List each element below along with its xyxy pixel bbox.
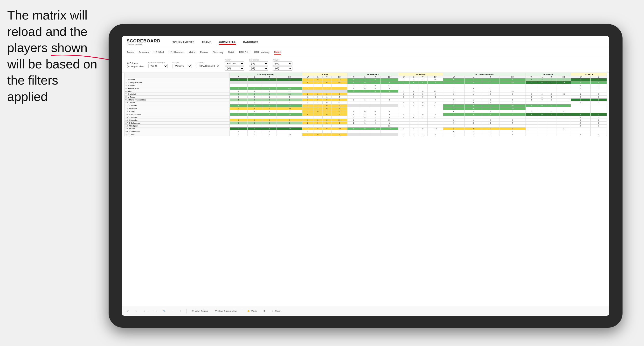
col-sub-d2: Dif	[332, 76, 348, 78]
back-button[interactable]: ⟵	[142, 309, 148, 313]
col-header-empty	[124, 73, 230, 78]
search-button[interactable]: 🔍	[162, 309, 167, 313]
col-sub-d6: Dif	[556, 76, 571, 78]
table-row: 21. O Stoll 41019 10114 2211 1109 03	[124, 133, 607, 136]
col-sub-l3: L	[360, 76, 370, 78]
col-sub-l1: L	[248, 76, 262, 78]
conference-select[interactable]: (All)	[249, 61, 268, 66]
row-label: 6. A Dy	[124, 90, 230, 93]
subnav-detail[interactable]: Detail	[228, 50, 234, 55]
division-select[interactable]: NCAA Division II	[197, 64, 220, 68]
col-sub-d4: Dif	[427, 76, 443, 78]
row-label: 19. J Karrh	[124, 128, 230, 130]
conference-filter: Conference (All) (All)	[249, 59, 268, 71]
table-row: 20. E Andersson 410 2 0108	[124, 130, 607, 133]
col-sub-t5: T	[482, 76, 499, 78]
conference-label: Conference	[249, 59, 268, 61]
compact-view-option[interactable]: Compact View	[127, 65, 144, 68]
redo-button[interactable]: ↪	[134, 309, 139, 313]
full-view-option[interactable]: Full View	[127, 62, 144, 64]
col-header-player6: 38. A Webb	[526, 73, 571, 76]
nav-tournaments[interactable]: TOURNAMENTS	[172, 40, 194, 45]
col-header-player5: 23. L Marie Schumac.	[443, 73, 526, 76]
table-row: 10. L Perini 3100 14011 0201 1010 11	[124, 101, 607, 104]
region-sub-select[interactable]: (All)	[225, 66, 244, 71]
view-original-button[interactable]: 👁 View: Original	[190, 309, 210, 313]
table-row: 2. M Kelly Mulcahy 07040 1010 1040 14035…	[124, 81, 607, 84]
zoom-out-button[interactable]: −	[171, 309, 175, 313]
col-sub-t4: T	[418, 76, 427, 78]
row-label: 1. J Garcia	[124, 78, 230, 81]
watch-button[interactable]: 🔔 Watch	[246, 309, 258, 313]
undo-icon: ↩	[127, 310, 129, 312]
table-row: 17. D Ballesteros 3105 2010 1101 0207 01	[124, 122, 607, 125]
col-sub-w5: W	[443, 76, 464, 78]
full-view-radio[interactable]	[127, 62, 128, 64]
subnav-teams[interactable]: Teams	[127, 50, 134, 55]
share-button[interactable]: ↗ Share	[270, 309, 282, 313]
nav-committee[interactable]: COMMITTEE	[219, 39, 236, 45]
forward-button[interactable]: ⟶	[152, 309, 158, 313]
table-row: 12. A Bianchi 200-58 1104 20025	[124, 107, 607, 110]
col-sub-t6: T	[547, 76, 556, 78]
full-view-label: Full View	[130, 62, 138, 64]
table-row: 1. J Garcia 31027 30-11 410 11110 0106 1…	[124, 78, 607, 81]
table-row: 7. O Mitchell 30018 2202 120-4 0104 0402…	[124, 93, 607, 96]
table-row: 11. G Woods 10014 11014 14017 20020 400	[124, 104, 607, 107]
gender-filter: Gender Women's	[172, 61, 192, 68]
max-players-select[interactable]: Top 25	[148, 64, 168, 68]
gender-label: Gender	[172, 61, 192, 63]
col-sub-t2: T	[322, 76, 331, 78]
save-custom-label: Save Custom View	[218, 310, 237, 312]
row-label: 20. E Andersson	[124, 130, 230, 133]
subnav-h2h-heatmap2[interactable]: H2H Heatmap	[254, 50, 269, 55]
subnav-h2h-grid2[interactable]: H2H Grid	[239, 50, 249, 55]
toolbar-separator2	[242, 309, 242, 314]
search-icon: 🔍	[163, 310, 166, 312]
subnav-summary[interactable]: Summary	[138, 50, 149, 55]
col-sub-t1: T	[262, 76, 277, 78]
col-sub-w1: W	[230, 76, 247, 78]
logo-area: SCOREBOARD Powered by clippd	[127, 39, 160, 45]
nav-rankings[interactable]: RANKINGS	[243, 40, 258, 45]
share-icon: ↗	[272, 310, 274, 312]
settings-button[interactable]: ⚙	[262, 309, 266, 313]
subnav-players[interactable]: Players	[200, 50, 208, 55]
col-sub-l7: L	[591, 76, 607, 78]
subnav-matrix[interactable]: Matrix	[189, 50, 195, 55]
row-label: 11. G Woods	[124, 104, 230, 107]
bottom-toolbar: ↩ ↪ ⟵ ⟶ 🔍 − + 👁 View: Origina	[122, 306, 609, 316]
view-original-label: View: Original	[195, 310, 208, 312]
filter-bar: Full View Compact View Max players in vi…	[122, 57, 609, 73]
undo-button[interactable]: ↩	[126, 309, 130, 313]
players-sub-select[interactable]: (All)	[273, 66, 292, 71]
col-header-player4: 21. O Stoll	[398, 73, 443, 76]
row-label: 7. O Mitchell	[124, 93, 230, 96]
gender-select[interactable]: Women's	[172, 64, 192, 68]
row-label: 15. H Stranda	[124, 116, 230, 119]
sub-nav: Teams Summary H2H Grid H2H Heatmap Matri…	[122, 48, 609, 57]
matrix-table: 2. M Kelly Mulcahy 6. A Dy 11. G Woods 2…	[124, 73, 607, 136]
max-players-filter: Max players in view Top 25	[148, 61, 168, 68]
subnav-h2h-heatmap[interactable]: H2H Heatmap	[169, 50, 184, 55]
subnav-summary2[interactable]: Summary	[213, 50, 224, 55]
table-row: 15. H Stranda 0010 00111 01	[124, 116, 607, 119]
nav-teams[interactable]: TEAMS	[202, 40, 212, 45]
subnav-matrix2[interactable]: Matrix	[274, 50, 280, 55]
col-sub-w2: W	[302, 76, 314, 78]
zoom-in-button[interactable]: +	[178, 309, 183, 313]
subnav-h2h-grid[interactable]: H2H Grid	[154, 50, 164, 55]
col-header-player1: 2. M Kelly Mulcahy	[230, 73, 302, 76]
conference-sub-select[interactable]: (All)	[249, 66, 268, 71]
row-label: 14. S Srichantamit	[124, 113, 230, 116]
table-row: 18. J Hodgson 11 01	[124, 125, 607, 128]
save-custom-view-button[interactable]: 💾 Save Custom View	[213, 309, 238, 313]
region-select[interactable]: East - DII	[225, 61, 244, 66]
compact-view-radio[interactable]	[127, 66, 128, 67]
players-select[interactable]: (All)	[273, 61, 292, 66]
zoom-out-icon: −	[172, 310, 174, 312]
players-label: Players	[273, 59, 292, 61]
col-header-player7: 60. W Za	[571, 73, 607, 76]
col-sub-w4: W	[398, 76, 409, 78]
matrix-content[interactable]: 2. M Kelly Mulcahy 6. A Dy 11. G Woods 2…	[122, 73, 609, 308]
